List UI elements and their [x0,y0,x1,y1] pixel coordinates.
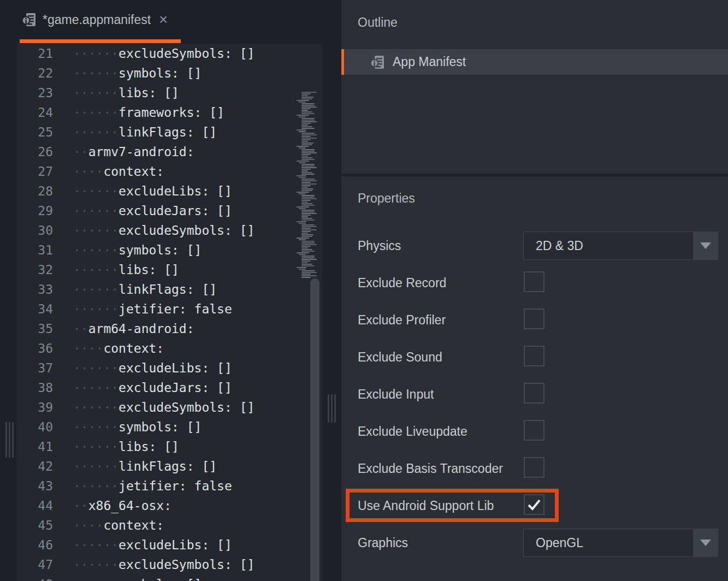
code-text: excludeSymbols: [] [119,223,254,238]
code-text: context: [103,341,164,355]
code-line[interactable]: 27····context: [16,162,322,181]
whitespace-dots: ······ [73,400,119,414]
code-text: linkFlags: [] [119,282,217,297]
whitespace-dots: ······ [73,223,119,238]
code-text: libs: [] [119,440,179,454]
property-row: Exclude Input [341,376,728,413]
code-line[interactable]: 23······libs: [] [16,83,322,103]
graphics-dropdown[interactable]: OpenGL [523,529,718,557]
use-android-support-lib-checkbox[interactable] [524,494,544,515]
editor-scrollbar-thumb[interactable] [310,278,319,581]
code-text: symbols: [] [119,66,202,80]
whitespace-dots: ······ [73,243,119,257]
editor-tab-bar: *game.appmanifest × [16,0,322,44]
code-line[interactable]: 39······excludeSymbols: [] [16,398,322,417]
code-text: symbols: [] [119,243,202,257]
outline-item-app-manifest[interactable]: App Manifest [341,49,728,75]
property-row: Use Android Support Lib [341,487,728,524]
code-line[interactable]: 25······linkFlags: [] [16,122,322,142]
exclude-sound-checkbox[interactable] [524,346,544,366]
code-line[interactable]: 33······linkFlags: [] [16,280,322,299]
code-text: jetifier: false [119,302,232,316]
right-panel: Outline App Manifest Properties Physics2 [341,0,728,581]
code-line[interactable]: 21······excludeSymbols: [] [16,44,322,63]
dropdown-button[interactable] [693,529,718,557]
whitespace-dots: ······ [73,479,119,493]
code-line[interactable]: 35··arm64-android: [16,319,322,339]
line-number: 21 [16,44,53,63]
code-text: x86_64-osx: [88,499,171,513]
code-line[interactable]: 44··x86_64-osx: [16,496,322,515]
code-line[interactable]: 28······excludeLibs: [] [16,181,322,201]
code-text: libs: [] [119,263,179,277]
code-line[interactable]: 26··armv7-android: [16,142,322,162]
whitespace-dots: ······ [73,361,119,375]
line-number: 44 [16,496,53,515]
code-text: excludeJars: [] [119,204,232,218]
code-line[interactable]: 48······symbols: [] [16,574,322,581]
property-label: Exclude Basis Transcoder [358,461,503,476]
line-number: 47 [16,555,53,574]
line-number: 30 [16,221,53,240]
exclude-input-checkbox[interactable] [524,383,544,404]
minimap[interactable] [293,92,322,278]
code-line[interactable]: 40······symbols: [] [16,417,322,437]
code-area[interactable]: 21······excludeSymbols: []22······symbol… [16,44,322,581]
line-number: 34 [16,299,53,319]
code-line[interactable]: 46······excludeLibs: [] [16,535,322,555]
property-row: Exclude Sound [341,339,728,376]
dropdown-value: OpenGL [536,536,583,550]
exclude-liveupdate-checkbox[interactable] [524,420,544,441]
chevron-down-icon [700,540,711,546]
line-number: 29 [16,201,53,221]
line-number: 25 [16,122,53,142]
property-label: Exclude Liveupdate [358,424,467,439]
code-line[interactable]: 45····context: [16,515,322,535]
code-line[interactable]: 32······libs: [] [16,260,322,280]
whitespace-dots: ······ [73,577,119,581]
code-line[interactable]: 22······symbols: [] [16,63,322,83]
tab-close-icon[interactable]: × [159,13,168,27]
whitespace-dots: ······ [73,381,119,395]
panel-splitter-handle[interactable] [328,394,336,423]
property-label: Graphics [358,536,408,550]
code-text: context: [103,518,164,532]
whitespace-dots: ······ [73,282,119,297]
physics-dropdown[interactable]: 2D & 3D [523,232,718,260]
exclude-basis-transcoder-checkbox[interactable] [524,457,544,478]
whitespace-dots: ······ [73,46,119,61]
exclude-profiler-checkbox[interactable] [524,309,544,329]
code-text: excludeLibs: [] [119,184,232,198]
code-line[interactable]: 47······excludeSymbols: [] [16,555,322,574]
whitespace-dots: ······ [73,538,119,552]
dropdown-value: 2D & 3D [536,239,583,253]
line-number: 37 [16,358,53,378]
property-label: Exclude Input [358,387,434,402]
line-number: 31 [16,240,53,260]
code-line[interactable]: 38······excludeJars: [] [16,378,322,398]
code-line[interactable]: 37······excludeLibs: [] [16,358,322,378]
code-line[interactable]: 29······excludeJars: [] [16,201,322,221]
code-line[interactable]: 41······libs: [] [16,437,322,456]
selection-accent-bar [341,49,344,75]
whitespace-dots: ······ [73,105,119,120]
property-row: Exclude Liveupdate [341,413,728,450]
whitespace-dots: ······ [73,125,119,139]
left-splitter-handle[interactable] [5,422,14,458]
code-line[interactable]: 36····context: [16,339,322,358]
code-line[interactable]: 42······linkFlags: [] [16,456,322,476]
code-line[interactable]: 31······symbols: [] [16,240,322,260]
app-manifest-icon [22,12,37,27]
code-line[interactable]: 43······jetifier: false [16,476,322,496]
code-text: excludeSymbols: [] [119,400,254,414]
line-number: 36 [16,339,53,358]
code-line[interactable]: 34······jetifier: false [16,299,322,319]
code-line[interactable]: 24······frameworks: [] [16,103,322,122]
code-text: excludeSymbols: [] [119,558,254,572]
line-number: 39 [16,398,53,417]
dropdown-button[interactable] [693,232,718,260]
tab-game-appmanifest[interactable]: *game.appmanifest × [16,0,168,39]
exclude-record-checkbox[interactable] [524,271,544,292]
property-row: GraphicsOpenGL [341,524,728,561]
code-line[interactable]: 30······excludeSymbols: [] [16,221,322,240]
